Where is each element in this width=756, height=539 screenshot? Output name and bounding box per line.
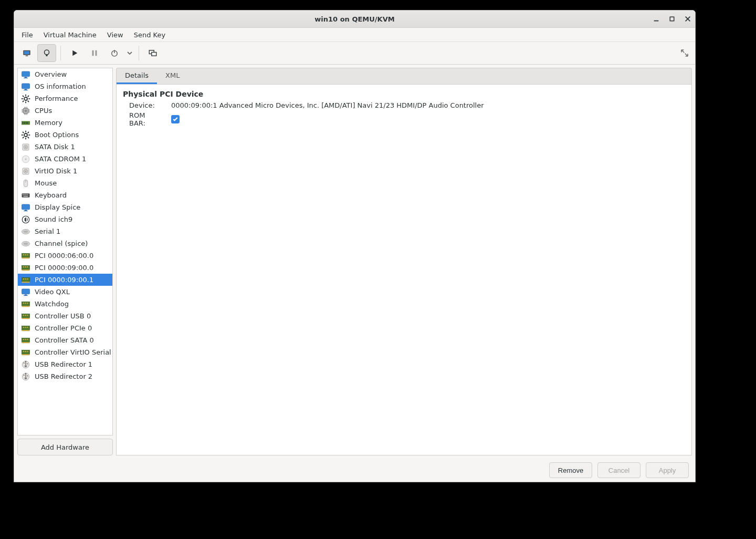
- sidebar-item-label: Performance: [35, 95, 78, 102]
- menu-virtual-machine[interactable]: Virtual Machine: [39, 29, 101, 40]
- shutdown-menu-button[interactable]: [125, 45, 134, 61]
- sidebar-item-label: USB Redirector 1: [35, 360, 92, 368]
- rombar-checkbox[interactable]: [171, 115, 180, 123]
- toolbar-separator: [60, 46, 61, 60]
- sidebar-item-sata-cdrom-1[interactable]: SATA CDROM 1: [18, 153, 112, 165]
- minimize-button[interactable]: [652, 15, 660, 23]
- sidebar-item-label: CPUs: [35, 107, 52, 115]
- pci-icon: [20, 263, 32, 273]
- window: win10 on QEMU/KVM FileVirtual MachineVie…: [14, 10, 696, 482]
- run-button[interactable]: [65, 44, 84, 62]
- serial-icon: [20, 226, 32, 237]
- toolbar: [14, 42, 695, 65]
- tabbar: DetailsXML: [116, 68, 692, 84]
- menu-send-key[interactable]: Send Key: [130, 29, 170, 40]
- toolbar-separator: [139, 46, 139, 60]
- close-button[interactable]: [684, 15, 692, 23]
- sidebar-item-label: Serial 1: [35, 227, 60, 235]
- sidebar-item-label: OS information: [35, 82, 86, 90]
- sidebar-item-label: Controller VirtIO Serial 0: [35, 348, 113, 356]
- sidebar-item-controller-sata-0[interactable]: Controller SATA 0: [18, 334, 112, 346]
- sidebar-item-sound-ich9[interactable]: Sound ich9: [18, 213, 112, 225]
- disk-icon: [20, 142, 32, 152]
- sidebar-item-label: PCI 0000:06:00.0: [35, 252, 93, 260]
- footer: Remove Cancel Apply: [14, 459, 695, 482]
- sidebar-item-label: Overview: [35, 70, 67, 78]
- sidebar-item-label: Mouse: [35, 179, 57, 187]
- sidebar-item-performance[interactable]: Performance: [18, 92, 112, 105]
- device-value: 0000:09:00:1 Advanced Micro Devices, Inc…: [171, 101, 484, 109]
- menubar: FileVirtual MachineViewSend Key: [14, 28, 695, 42]
- svg-rect-67: [670, 17, 674, 21]
- tab-xml[interactable]: XML: [157, 68, 188, 84]
- sidebar-item-sata-disk-1[interactable]: SATA Disk 1: [18, 141, 112, 153]
- pci-icon: [20, 251, 32, 261]
- menu-view[interactable]: View: [103, 29, 128, 40]
- sidebar-item-usb-redirector-1[interactable]: USB Redirector 1: [18, 358, 112, 370]
- pci-icon: [20, 335, 32, 346]
- maximize-button[interactable]: [668, 15, 676, 23]
- sidebar-item-pci-0000-09-00-1[interactable]: PCI 0000:09:00.1: [18, 274, 112, 286]
- sidebar-item-label: VirtIO Disk 1: [35, 167, 77, 175]
- sidebar-item-label: PCI 0000:09:00.1: [35, 276, 93, 284]
- sidebar-item-label: Boot Options: [35, 131, 79, 139]
- rombar-label: ROM BAR:: [129, 111, 162, 127]
- sidebar-item-pci-0000-06-00-0[interactable]: PCI 0000:06:00.0: [18, 250, 112, 262]
- keyboard-icon: [20, 190, 32, 201]
- usb-icon: [20, 359, 32, 370]
- details-panel: Physical PCI Device Device: 0000:09:00:1…: [116, 84, 692, 455]
- shutdown-button[interactable]: [105, 44, 124, 62]
- details-view-button[interactable]: [37, 44, 56, 62]
- sidebar-item-controller-pcie-0[interactable]: Controller PCIe 0: [18, 322, 112, 334]
- cpu-icon: [20, 106, 32, 116]
- disk-icon: [20, 166, 32, 177]
- usb-icon: [20, 371, 32, 382]
- gear-icon: [20, 94, 32, 104]
- sidebar-item-label: PCI 0000:09:00.0: [35, 264, 93, 272]
- remove-button[interactable]: Remove: [549, 462, 592, 478]
- snapshots-button[interactable]: [143, 44, 162, 62]
- sidebar-item-serial-1[interactable]: Serial 1: [18, 225, 112, 237]
- sidebar-item-watchdog[interactable]: Watchdog: [18, 298, 112, 310]
- add-hardware-label: Add Hardware: [41, 443, 89, 451]
- device-label: Device:: [129, 101, 162, 109]
- apply-button[interactable]: Apply: [646, 462, 689, 478]
- sidebar-item-label: Controller PCIe 0: [35, 324, 92, 332]
- hardware-list[interactable]: OverviewOS informationPerformanceCPUsMem…: [17, 68, 113, 436]
- sidebar-item-label: Watchdog: [35, 300, 69, 308]
- sidebar-item-label: Sound ich9: [35, 215, 72, 223]
- sidebar-item-overview[interactable]: Overview: [18, 68, 112, 80]
- tab-details[interactable]: Details: [117, 68, 157, 84]
- titlebar: win10 on QEMU/KVM: [14, 11, 695, 28]
- sidebar-item-memory[interactable]: Memory: [18, 117, 112, 129]
- fullscreen-button[interactable]: [677, 46, 692, 60]
- sidebar-item-video-qxl[interactable]: Video QXL: [18, 286, 112, 298]
- sidebar-item-mouse[interactable]: Mouse: [18, 177, 112, 189]
- sidebar-item-display-spice[interactable]: Display Spice: [18, 201, 112, 213]
- sidebar-item-virtio-disk-1[interactable]: VirtIO Disk 1: [18, 165, 112, 177]
- sidebar-item-controller-virtio-serial-0[interactable]: Controller VirtIO Serial 0: [18, 346, 112, 358]
- sidebar-item-cpus[interactable]: CPUs: [18, 105, 112, 117]
- pause-button[interactable]: [85, 44, 104, 62]
- sidebar-item-label: Keyboard: [35, 191, 67, 199]
- window-title: win10 on QEMU/KVM: [314, 15, 394, 23]
- sidebar-item-label: Controller USB 0: [35, 312, 91, 320]
- add-hardware-button[interactable]: Add Hardware: [17, 439, 113, 455]
- sidebar-item-controller-usb-0[interactable]: Controller USB 0: [18, 310, 112, 322]
- cancel-button[interactable]: Cancel: [597, 462, 640, 478]
- menu-file[interactable]: File: [17, 29, 37, 40]
- sidebar-item-keyboard[interactable]: Keyboard: [18, 189, 112, 201]
- sidebar-item-pci-0000-09-00-0[interactable]: PCI 0000:09:00.0: [18, 262, 112, 274]
- console-view-button[interactable]: [17, 44, 36, 62]
- gear-icon: [20, 130, 32, 140]
- sidebar-item-os-information[interactable]: OS information: [18, 80, 112, 92]
- sidebar-item-label: Memory: [35, 119, 62, 127]
- sidebar-item-boot-options[interactable]: Boot Options: [18, 129, 112, 141]
- sidebar-item-channel-spice-[interactable]: Channel (spice): [18, 237, 112, 250]
- sound-icon: [20, 214, 32, 225]
- sidebar-item-usb-redirector-2[interactable]: USB Redirector 2: [18, 370, 112, 382]
- pci-icon: [20, 275, 32, 285]
- pci-icon: [20, 311, 32, 322]
- cdrom-icon: [20, 154, 32, 164]
- serial-icon: [20, 239, 32, 249]
